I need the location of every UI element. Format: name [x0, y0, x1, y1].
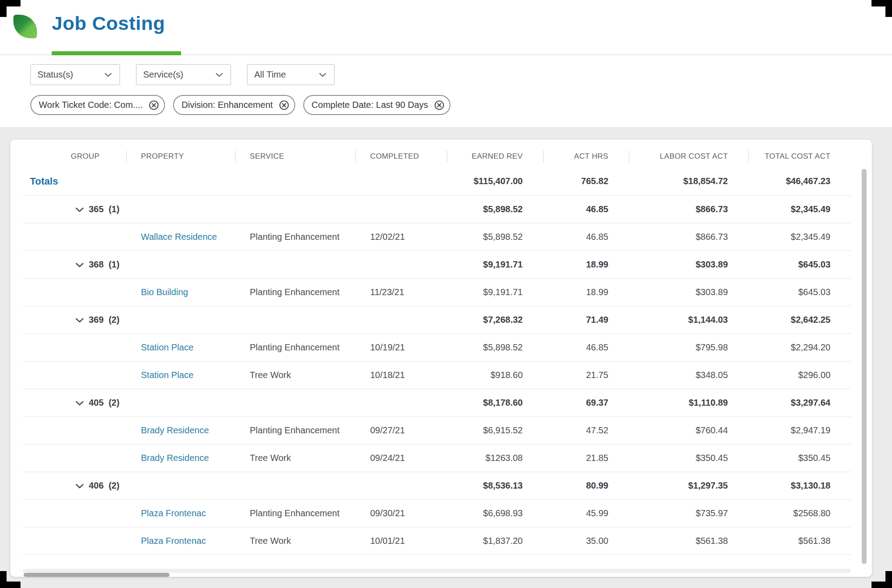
completed-value: 10/01/21: [355, 536, 447, 546]
earned-rev-value: $8,178.60: [447, 398, 543, 408]
chip-label: Complete Date: Last 90 Days: [312, 100, 428, 110]
group-row-369[interactable]: 369 (2) $7,268.32 71.49 $1,144.03 $2,642…: [23, 306, 851, 334]
job-costing-table: GROUP PROPERTY SERVICE COMPLETED EARNED …: [23, 146, 851, 555]
close-icon[interactable]: [149, 100, 159, 111]
earned-rev-value: $7,268.32: [447, 315, 543, 325]
service-value: Planting Enhancement: [235, 342, 355, 353]
service-value: Tree Work: [235, 453, 355, 463]
property-link[interactable]: Brady Residence: [141, 453, 209, 463]
service-value: Tree Work: [235, 370, 355, 380]
chip-label: Division: Enhancement: [182, 100, 273, 110]
column-header-completed[interactable]: COMPLETED: [355, 146, 447, 167]
filter-chip-work-ticket-code[interactable]: Work Ticket Code: Com....: [30, 95, 165, 115]
labor-cost-value: $1,297.35: [629, 481, 748, 491]
labor-cost-value: $866.73: [629, 204, 748, 214]
column-header-group[interactable]: GROUP: [23, 146, 126, 167]
service-filter-label: Service(s): [143, 70, 183, 80]
group-count: (1): [108, 259, 119, 270]
time-filter-dropdown[interactable]: All Time: [247, 64, 334, 85]
filter-bar: Status(s) Service(s) All Time Work Ticke…: [0, 55, 892, 128]
column-header-property[interactable]: PROPERTY: [126, 146, 235, 167]
act-hrs-value: 80.99: [543, 481, 629, 491]
time-filter-label: All Time: [254, 70, 286, 80]
property-link[interactable]: Bio Building: [141, 287, 188, 297]
table-row: Station Place Tree Work 10/18/21 $918.60…: [23, 362, 851, 389]
service-value: Tree Work: [235, 536, 355, 546]
earned-rev-value: $9,191.71: [447, 259, 543, 270]
close-icon[interactable]: [434, 100, 445, 111]
totals-earned-rev: $115,407.00: [447, 176, 543, 186]
property-link[interactable]: Plaza Frontenac: [141, 508, 206, 518]
column-header-earned-rev[interactable]: EARNED REV: [447, 146, 543, 167]
labor-cost-value: $350.45: [629, 453, 748, 463]
act-hrs-value: 46.85: [543, 342, 629, 353]
act-hrs-value: 18.99: [543, 259, 629, 270]
status-filter-dropdown[interactable]: Status(s): [30, 64, 120, 85]
act-hrs-value: 35.00: [543, 536, 629, 546]
total-cost-value: $296.00: [748, 370, 851, 380]
total-cost-value: $561.38: [748, 536, 851, 546]
table-row: Bio Building Planting Enhancement 11/23/…: [23, 279, 851, 306]
total-cost-value: $3,297.64: [748, 398, 851, 408]
group-row-405[interactable]: 405 (2) $8,178.60 69.37 $1,110.89 $3,297…: [23, 389, 851, 417]
chevron-down-icon: [104, 73, 112, 77]
group-name: 405: [89, 398, 103, 408]
chevron-down-icon[interactable]: [75, 484, 84, 489]
total-cost-value: $2,345.49: [748, 232, 851, 242]
labor-cost-value: $348.05: [629, 370, 748, 380]
property-link[interactable]: Wallace Residence: [141, 232, 217, 242]
horizontal-scrollbar[interactable]: [24, 573, 169, 577]
close-icon[interactable]: [279, 100, 289, 111]
property-link[interactable]: Brady Residence: [141, 425, 209, 435]
filter-chip-division[interactable]: Division: Enhancement: [173, 95, 295, 115]
filter-dropdown-row: Status(s) Service(s) All Time: [30, 64, 892, 85]
chevron-down-icon[interactable]: [75, 207, 84, 212]
property-link[interactable]: Plaza Frontenac: [141, 536, 206, 546]
service-value: Planting Enhancement: [235, 287, 355, 297]
totals-total-cost-act: $46,467.23: [748, 176, 851, 186]
column-header-act-hrs[interactable]: ACT HRS: [543, 146, 629, 167]
group-row-368[interactable]: 368 (1) $9,191.71 18.99 $303.89 $645.03: [23, 251, 851, 279]
total-cost-value: $2,345.49: [748, 204, 851, 214]
labor-cost-value: $1,144.03: [629, 315, 748, 325]
completed-value: 09/27/21: [355, 425, 447, 436]
filter-chip-complete-date[interactable]: Complete Date: Last 90 Days: [303, 95, 450, 115]
earned-rev-value: $8,536.13: [447, 481, 543, 491]
app-header: Job Costing: [0, 0, 892, 55]
group-row-365[interactable]: 365 (1) $5,898.52 46.85 $866.73 $2,345.4…: [23, 196, 851, 223]
table-row: Brady Residence Planting Enhancement 09/…: [23, 417, 851, 444]
act-hrs-value: 69.37: [543, 398, 629, 408]
total-cost-value: $3,130.18: [748, 481, 851, 491]
group-row-406[interactable]: 406 (2) $8,536.13 80.99 $1,297.35 $3,130…: [23, 472, 851, 500]
service-filter-dropdown[interactable]: Service(s): [136, 64, 231, 85]
table-row: Plaza Frontenac Planting Enhancement 09/…: [23, 500, 851, 527]
column-header-labor-cost-act[interactable]: LABOR COST ACT: [629, 146, 748, 167]
act-hrs-value: 45.99: [543, 508, 629, 518]
chevron-down-icon[interactable]: [75, 318, 84, 323]
chevron-down-icon[interactable]: [75, 263, 84, 267]
column-header-total-cost-act[interactable]: TOTAL COST ACT: [748, 146, 851, 167]
property-link[interactable]: Station Place: [141, 342, 194, 352]
totals-row: Totals $115,407.00 765.82 $18,854.72 $46…: [23, 167, 851, 196]
vertical-scrollbar[interactable]: [862, 169, 867, 564]
earned-rev-value: $9,191.71: [447, 287, 543, 297]
earned-rev-value: $5,898.52: [447, 204, 543, 214]
property-link[interactable]: Station Place: [141, 370, 194, 380]
service-value: Planting Enhancement: [235, 232, 355, 242]
horizontal-scrollbar-track[interactable]: [23, 569, 851, 573]
earned-rev-value: $1,837.20: [447, 536, 543, 546]
earned-rev-value: $1263.08: [447, 453, 543, 463]
column-header-service[interactable]: SERVICE: [235, 146, 355, 167]
labor-cost-value: $795.98: [629, 342, 748, 353]
earned-rev-value: $5,898.52: [447, 232, 543, 242]
labor-cost-value: $561.38: [629, 536, 748, 546]
act-hrs-value: 46.85: [543, 204, 629, 214]
act-hrs-value: 21.85: [543, 453, 629, 463]
group-name: 365: [89, 204, 103, 214]
chevron-down-icon[interactable]: [75, 401, 84, 406]
status-filter-label: Status(s): [37, 70, 73, 80]
table-row: Wallace Residence Planting Enhancement 1…: [23, 223, 851, 251]
group-name: 369: [89, 315, 103, 325]
table-row: Brady Residence Tree Work 09/24/21 $1263…: [23, 444, 851, 472]
chip-label: Work Ticket Code: Com....: [39, 100, 143, 110]
